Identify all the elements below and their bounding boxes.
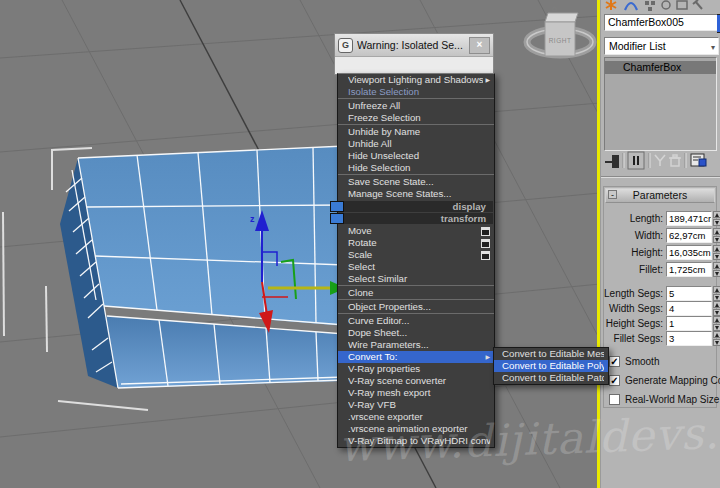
- menu-item-save-scene-state[interactable]: Save Scene State...: [338, 176, 494, 188]
- menu-item-hide-selection[interactable]: Hide Selection: [338, 162, 494, 174]
- viewcube-face-label[interactable]: RIGHT: [549, 37, 572, 44]
- spinner-down-icon[interactable]: [713, 294, 720, 301]
- menu-item-rotate[interactable]: Rotate: [338, 237, 494, 249]
- param-label: Length:: [604, 213, 666, 224]
- menu-item-select-similar[interactable]: Select Similar: [338, 273, 494, 285]
- remove-modifier-icon[interactable]: [669, 155, 681, 166]
- menu-item-v-ray-mesh-export[interactable]: V-Ray mesh export: [338, 387, 494, 399]
- command-panel: ChamferBox005 Modifier List ▾ ChamferBox…: [600, 0, 720, 488]
- menu-item-convert-to-editable-poly[interactable]: Convert to Editable Poly: [494, 360, 608, 372]
- menu-item-hide-unselected[interactable]: Hide Unselected: [338, 150, 494, 162]
- spinner-up-icon[interactable]: [713, 316, 720, 323]
- close-icon[interactable]: ×: [469, 37, 490, 54]
- make-unique-icon[interactable]: [655, 155, 665, 166]
- modifier-list-dropdown[interactable]: Modifier List ▾: [604, 37, 719, 55]
- param-input-length-segs[interactable]: 5: [666, 286, 712, 301]
- menu-item-curve-editor[interactable]: Curve Editor...: [338, 315, 494, 327]
- parameters-rollout-header[interactable]: - Parameters: [605, 188, 715, 203]
- command-panel-tabs[interactable]: [603, 0, 717, 11]
- spinner-down-icon[interactable]: [713, 236, 720, 243]
- menu-item-label: Clone: [348, 287, 490, 299]
- settings-box-icon[interactable]: [481, 239, 490, 248]
- menu-item-clone[interactable]: Clone: [338, 287, 494, 299]
- settings-box-icon[interactable]: [481, 227, 490, 236]
- menu-item-dope-sheet[interactable]: Dope Sheet...: [338, 327, 494, 339]
- menu-item-unhide-all[interactable]: Unhide All: [338, 138, 494, 150]
- menu-item-label: Hide Selection: [348, 162, 490, 174]
- param-input-fillet[interactable]: 1,725cm: [666, 262, 712, 277]
- viewcube-home-icon[interactable]: ⌂: [552, 4, 557, 13]
- menu-item-select[interactable]: Select: [338, 261, 494, 273]
- menu-item-manage-scene-states[interactable]: Manage Scene States...: [338, 188, 494, 200]
- spinner-up-icon[interactable]: [713, 262, 720, 269]
- create-tab-icon[interactable]: [606, 0, 616, 10]
- menu-item-v-ray-vfb[interactable]: V-Ray VFB: [338, 399, 494, 411]
- pin-stack-icon[interactable]: [605, 156, 618, 167]
- checkbox-generate-mapping-coords[interactable]: ✓: [609, 375, 620, 386]
- param-input-width-segs[interactable]: 4: [666, 301, 712, 316]
- menu-item-unhide-by-name[interactable]: Unhide by Name: [338, 126, 494, 138]
- configure-modifier-sets-icon[interactable]: [691, 154, 706, 166]
- menu-item-object-properties[interactable]: Object Properties...: [338, 301, 494, 313]
- checkbox-smooth[interactable]: ✓: [609, 356, 620, 367]
- menu-item-convert-to-editable-mesh[interactable]: Convert to Editable Mesh: [494, 348, 608, 360]
- param-label: Height:: [604, 247, 666, 258]
- menu-item-v-ray-properties[interactable]: V-Ray properties: [338, 363, 494, 375]
- menu-item-label: .vrscene exporter: [348, 411, 490, 423]
- viewport-canvas[interactable]: z RIGHT ⌂: [0, 0, 600, 488]
- param-input-width[interactable]: 62,97cm: [666, 228, 712, 243]
- checkbox-real-world-map-size[interactable]: [609, 394, 620, 405]
- utilities-tab-icon[interactable]: [693, 0, 702, 9]
- modify-tab-icon[interactable]: [625, 3, 637, 10]
- param-input-height[interactable]: 16,035cm: [666, 245, 712, 260]
- hierarchy-tab-icon[interactable]: [645, 1, 655, 11]
- menu-item-vrscene-exporter[interactable]: .vrscene exporter: [338, 411, 494, 423]
- menu-item-move[interactable]: Move: [338, 225, 494, 237]
- spinner-up-icon[interactable]: [713, 286, 720, 293]
- param-label: Fillet Segs:: [604, 333, 666, 344]
- param-input-fillet-segs[interactable]: 3: [666, 331, 712, 346]
- spinner-down-icon[interactable]: [713, 324, 720, 331]
- menu-item-label: Hide Unselected: [348, 150, 490, 162]
- menu-item-v-ray-bitmap-to-vrayhdri-converter[interactable]: V-Ray Bitmap to VRayHDRI converter: [338, 435, 494, 447]
- menu-item-freeze-selection[interactable]: Freeze Selection: [338, 112, 494, 124]
- settings-box-icon[interactable]: [481, 251, 490, 260]
- menu-item-convert-to-editable-patch[interactable]: Convert to Editable Patch: [494, 372, 608, 384]
- spinner-up-icon[interactable]: [713, 301, 720, 308]
- param-input-length[interactable]: 189,471cm: [666, 211, 712, 226]
- menu-item-convert-to[interactable]: Convert To:▶: [338, 351, 494, 363]
- menu-item-viewport-lighting-and-shadows[interactable]: Viewport Lighting and Shadows▶: [338, 74, 494, 86]
- spinner-up-icon[interactable]: [713, 331, 720, 338]
- submenu-arrow-icon: ▶: [485, 74, 490, 86]
- menu-item-vrscene-animation-exporter[interactable]: .vrscene animation exporter: [338, 423, 494, 435]
- spinner-down-icon[interactable]: [713, 309, 720, 316]
- menu-item-label: Convert to Editable Patch: [502, 372, 604, 384]
- spinner-up-icon[interactable]: [713, 245, 720, 252]
- spinner-length-segs: [713, 286, 720, 301]
- display-tab-icon[interactable]: [677, 1, 687, 9]
- menu-item-unfreeze-all[interactable]: Unfreeze All: [338, 100, 494, 112]
- dialog-titlebar[interactable]: G Warning: Isolated Se... ×: [335, 34, 493, 57]
- modifier-stack-list[interactable]: ChamferBox: [604, 57, 717, 151]
- show-end-result-icon[interactable]: [628, 152, 644, 169]
- param-row-fillet-segs: Fillet Segs:3: [604, 331, 716, 346]
- menu-item-label: Manage Scene States...: [348, 188, 490, 200]
- menu-item-isolate-selection[interactable]: Isolate Selection: [338, 86, 494, 98]
- dimension-parameters: Length:189,471cmWidth:62,97cmHeight:16,0…: [604, 210, 716, 278]
- menu-item-wire-parameters[interactable]: Wire Parameters...: [338, 339, 494, 351]
- spinner-height: [713, 245, 720, 260]
- param-input-height-segs[interactable]: 1: [666, 316, 712, 331]
- spinner-down-icon[interactable]: [713, 253, 720, 260]
- motion-tab-icon[interactable]: [662, 1, 670, 9]
- collapse-rollout-icon[interactable]: -: [608, 190, 617, 199]
- spinner-up-icon[interactable]: [713, 211, 720, 218]
- menu-item-scale[interactable]: Scale: [338, 249, 494, 261]
- spinner-down-icon[interactable]: [713, 339, 720, 346]
- spinner-up-icon[interactable]: [713, 228, 720, 235]
- menu-item-v-ray-scene-converter[interactable]: V-Ray scene converter: [338, 375, 494, 387]
- spinner-down-icon[interactable]: [713, 270, 720, 277]
- modifier-stack-item-chamferbox[interactable]: ChamferBox: [605, 61, 716, 74]
- object-name-field[interactable]: ChamferBox005: [604, 14, 720, 31]
- active-viewport-border: [597, 0, 600, 488]
- spinner-down-icon[interactable]: [713, 219, 720, 226]
